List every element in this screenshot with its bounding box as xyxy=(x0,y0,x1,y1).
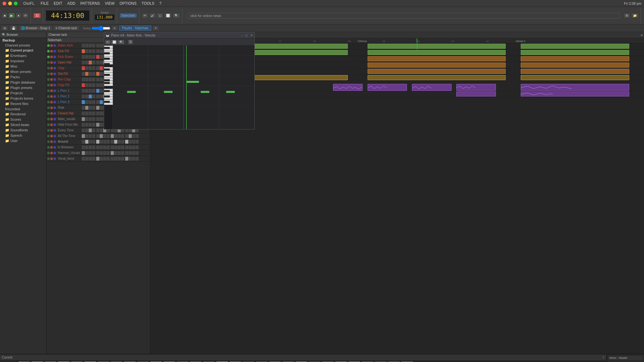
pad-12-0[interactable] xyxy=(82,112,85,115)
pad-18-11[interactable] xyxy=(121,145,124,149)
pad-3-0[interactable] xyxy=(82,61,85,64)
pad-9-5[interactable] xyxy=(100,95,103,98)
pad-16-1[interactable] xyxy=(85,134,88,138)
pr-tool-select[interactable]: ⬜ xyxy=(111,40,117,44)
pad-4-5[interactable] xyxy=(100,66,103,70)
pad-8-5[interactable] xyxy=(100,89,103,93)
pad-18-13[interactable] xyxy=(129,145,132,149)
loop-btn[interactable]: ⟳ xyxy=(22,13,29,18)
maximize-btn[interactable] xyxy=(14,2,18,5)
pad-6-1[interactable] xyxy=(85,78,88,81)
pad-13-5[interactable] xyxy=(100,117,103,121)
pad-16-4[interactable] xyxy=(96,134,99,138)
pl-snare-2[interactable] xyxy=(521,56,629,61)
pad-19-1[interactable] xyxy=(85,151,88,155)
sidebar-item-sliced-beats[interactable]: 📁 Sliced beats xyxy=(0,122,46,128)
ch-solo-5[interactable] xyxy=(53,73,56,75)
pad-17-4[interactable] xyxy=(96,140,99,144)
sidebar-item-plugin-database[interactable]: 📁 Plugin database xyxy=(0,80,46,85)
ch-mute-10[interactable] xyxy=(50,101,53,103)
news-bar[interactable]: click for online news xyxy=(187,13,620,19)
pad-6-5[interactable] xyxy=(100,78,103,81)
pad-9-3[interactable] xyxy=(92,95,95,98)
pad-13-4[interactable] xyxy=(96,117,99,121)
pad-20-2[interactable] xyxy=(89,157,92,161)
pad-17-5[interactable] xyxy=(100,140,103,144)
pad-19-2[interactable] xyxy=(89,151,92,155)
pad-3-5[interactable] xyxy=(100,61,103,64)
pad-19-3[interactable] xyxy=(92,151,95,155)
ch-solo-18[interactable] xyxy=(53,146,56,149)
pad-19-11[interactable] xyxy=(121,151,124,155)
pad-6-2[interactable] xyxy=(89,78,92,81)
ch-mute-9[interactable] xyxy=(50,95,53,98)
sidebar-item-current-project[interactable]: 📁 Current project xyxy=(0,48,46,53)
pr-quantize[interactable]: ⧖ xyxy=(128,40,133,44)
sidebar-item-user[interactable]: 📁 User xyxy=(0,138,46,144)
sidebar-item-recorded[interactable]: Recorded xyxy=(0,107,46,112)
pad-17-12[interactable] xyxy=(125,140,128,144)
ch-mute-18[interactable] xyxy=(50,146,53,149)
pad-2-4[interactable] xyxy=(96,55,99,59)
ch-mute-15[interactable] xyxy=(50,129,53,132)
sidebar-item-scores[interactable]: 📁 Scores xyxy=(0,117,46,122)
pad-20-12[interactable] xyxy=(125,157,128,161)
pad-6-4[interactable] xyxy=(96,78,99,81)
sidebar-item-projects-bones[interactable]: 📁 Projects bones xyxy=(0,96,46,101)
ch-active-7[interactable] xyxy=(47,84,50,86)
pad-1-1[interactable] xyxy=(85,49,88,53)
pad-17-8[interactable] xyxy=(111,140,114,144)
pad-20-9[interactable] xyxy=(114,157,117,161)
pad-7-3[interactable] xyxy=(92,83,95,87)
pad-17-1[interactable] xyxy=(85,140,88,144)
ch-active-1[interactable] xyxy=(47,50,50,52)
pad-11-3[interactable] xyxy=(92,106,95,110)
stop-btn[interactable]: ■ xyxy=(2,13,8,18)
pad-19-6[interactable] xyxy=(103,151,106,155)
ch-solo-7[interactable] xyxy=(53,84,56,86)
ch-active-2[interactable] xyxy=(47,56,50,58)
pad-0-2[interactable] xyxy=(89,44,92,47)
pad-11-0[interactable] xyxy=(82,106,85,110)
piano-note-3[interactable] xyxy=(164,91,173,93)
pad-16-12[interactable] xyxy=(125,134,128,138)
pad-13-3[interactable] xyxy=(92,117,95,121)
pad-19-9[interactable] xyxy=(114,151,117,155)
record-btn[interactable]: ● xyxy=(16,13,21,18)
pad-20-1[interactable] xyxy=(85,157,88,161)
pad-15-2[interactable] xyxy=(89,129,92,132)
ch-active-13[interactable] xyxy=(47,118,50,120)
ch-solo-4[interactable] xyxy=(53,67,56,69)
pad-15-1[interactable] xyxy=(85,129,88,132)
pad-10-3[interactable] xyxy=(92,100,95,104)
pad-19-0[interactable] xyxy=(82,151,85,155)
ch-active-9[interactable] xyxy=(47,95,50,98)
pad-17-11[interactable] xyxy=(121,140,124,144)
pad-11-5[interactable] xyxy=(100,106,103,110)
pad-16-0[interactable] xyxy=(82,134,85,138)
ch-mute-2[interactable] xyxy=(50,56,53,58)
pad-10-2[interactable] xyxy=(89,100,92,104)
ch-solo-16[interactable] xyxy=(53,135,56,137)
pad-17-3[interactable] xyxy=(92,140,95,144)
pad-17-13[interactable] xyxy=(129,140,132,144)
sec-save[interactable]: 💾 xyxy=(9,26,18,30)
swing-slider[interactable] xyxy=(92,27,110,30)
pad-16-5[interactable] xyxy=(100,134,103,138)
bpm-display[interactable]: 131.000 xyxy=(94,14,115,20)
ch-solo-9[interactable] xyxy=(53,95,56,98)
ch-mute-4[interactable] xyxy=(50,67,53,69)
menu-view[interactable]: VIEW xyxy=(105,1,115,6)
sec-close[interactable]: × xyxy=(153,26,159,30)
pad-2-1[interactable] xyxy=(85,55,88,59)
pad-12-5[interactable] xyxy=(100,112,103,115)
pad-18-14[interactable] xyxy=(132,145,135,149)
sec-browser[interactable]: 🌐 Browser - Snap 1 xyxy=(19,26,52,30)
pad-3-4[interactable] xyxy=(96,61,99,64)
sidebar-item-channel-presets[interactable]: Channel presets xyxy=(0,43,46,48)
ch-solo-11[interactable] xyxy=(53,107,56,109)
pad-11-2[interactable] xyxy=(89,106,92,110)
sidebar-item-envelopes[interactable]: 📁 Envelopes xyxy=(0,53,46,58)
pad-20-5[interactable] xyxy=(100,157,103,161)
ch-solo-20[interactable] xyxy=(53,157,56,160)
